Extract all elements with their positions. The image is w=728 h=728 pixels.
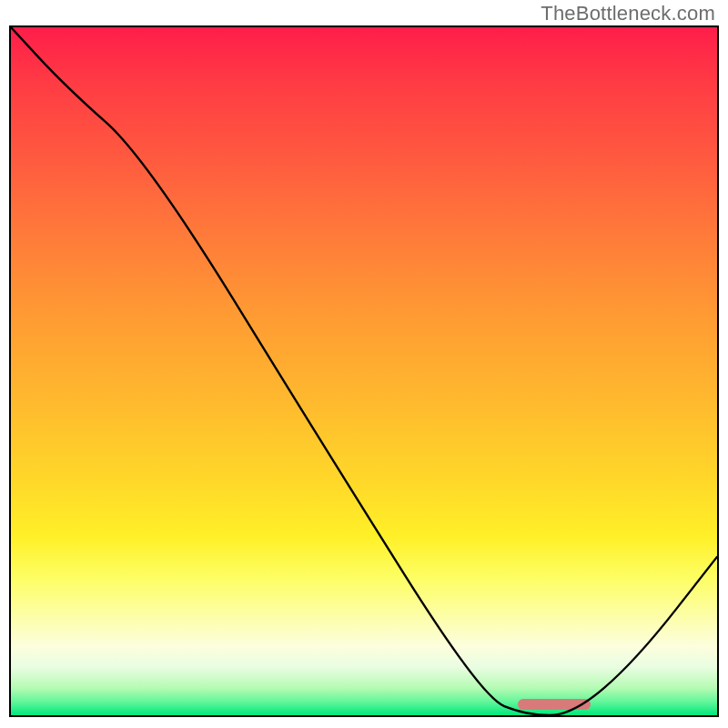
watermark-text: TheBottleneck.com	[541, 2, 715, 25]
optimal-marker	[518, 699, 591, 710]
gradient-background	[11, 27, 717, 715]
chart-frame: TheBottleneck.com	[0, 0, 728, 728]
plot-area	[9, 25, 719, 717]
